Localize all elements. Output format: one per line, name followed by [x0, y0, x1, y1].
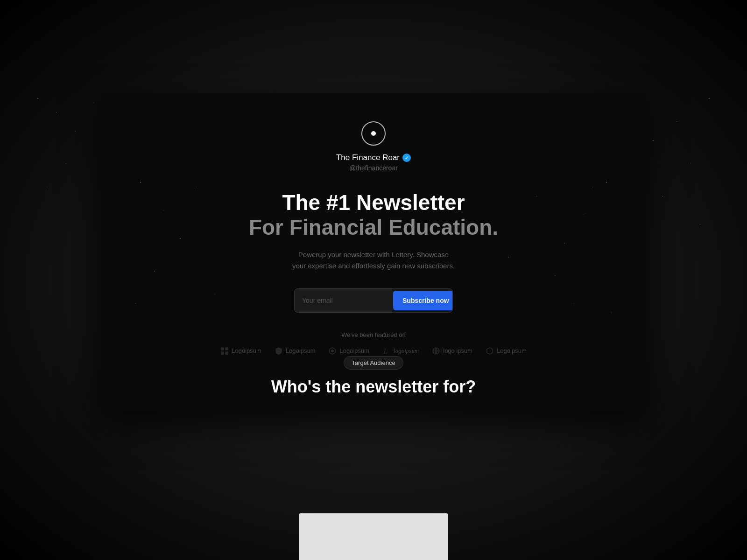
svg-rect-0 [221, 347, 224, 350]
svg-point-5 [331, 350, 334, 352]
featured-section: We've been featured on Logoipsum Logoips… [220, 331, 526, 355]
logo-name-1: Logoipsum [232, 347, 261, 354]
logo-item-6: Logoipsum [486, 347, 527, 355]
logo-name-2: Logoipsum [286, 347, 316, 354]
brand-logo-icon [361, 121, 386, 146]
target-headline: Who's the newsletter for? [271, 377, 476, 397]
main-content: The Finance Roar @thefinanceroar The #1 … [98, 93, 649, 355]
headline-line1: The #1 Newsletter [249, 190, 498, 215]
logo-name-6: Logoipsum [497, 347, 527, 354]
hero-subtext: Powerup your newsletter with Lettery. Sh… [292, 249, 455, 272]
brand-name: The Finance Roar [336, 153, 400, 162]
logo-item-3: Logoipsum [328, 347, 369, 355]
logo-name-5: logo ipsum [443, 347, 472, 354]
target-audience-badge: Target Audience [344, 356, 403, 370]
logo-item-4: L logoipsum [382, 347, 419, 355]
svg-text:L: L [383, 347, 388, 355]
svg-point-8 [486, 348, 493, 354]
brand-name-row: The Finance Roar [336, 153, 411, 162]
brand-handle: @thefinanceroar [349, 164, 398, 172]
browser-window: The Finance Roar @thefinanceroar The #1 … [98, 93, 649, 411]
logo-item-2: Logoipsum [275, 347, 316, 355]
logos-row: Logoipsum Logoipsum Logoipsum L logoipsu… [220, 347, 526, 355]
verified-badge [402, 154, 411, 162]
email-input[interactable] [295, 290, 391, 311]
subscribe-button[interactable]: Subscribe now [393, 291, 453, 310]
below-browser-content [299, 513, 448, 560]
hero-headline: The #1 Newsletter For Financial Educatio… [249, 190, 498, 240]
svg-rect-1 [225, 347, 228, 350]
logo-name-4: logoipsum [394, 347, 419, 355]
logo-item-5: logo ipsum [432, 347, 472, 355]
subscribe-form: Subscribe now [294, 288, 453, 313]
headline-line2: For Financial Education. [249, 215, 498, 240]
logo-dot [371, 131, 376, 136]
logo-item-1: Logoipsum [220, 347, 261, 355]
svg-rect-2 [221, 351, 224, 355]
featured-label: We've been featured on [341, 331, 405, 338]
svg-rect-3 [225, 351, 228, 355]
bottom-section: Target Audience Who's the newsletter for… [98, 356, 649, 411]
logo-name-3: Logoipsum [339, 347, 369, 354]
